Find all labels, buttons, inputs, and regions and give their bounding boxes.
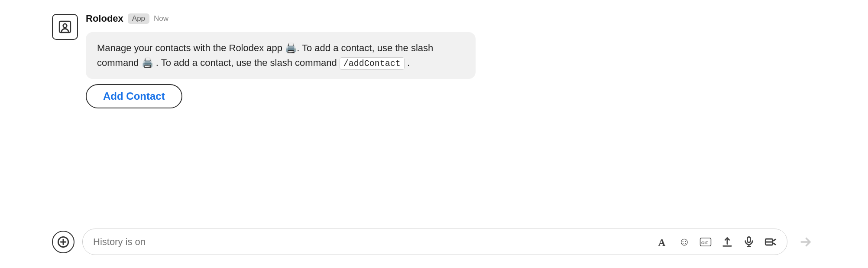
- message-bubble: Manage your contacts with the Rolodex ap…: [86, 32, 476, 79]
- slash-command: /addContact: [340, 57, 405, 70]
- send-button[interactable]: [795, 232, 816, 252]
- message-area: Rolodex App Now Manage your contacts wit…: [0, 9, 868, 211]
- avatar: [52, 14, 78, 40]
- svg-point-1: [63, 24, 67, 27]
- video-button[interactable]: [764, 236, 777, 248]
- message-row: Rolodex App Now Manage your contacts wit…: [52, 13, 816, 108]
- add-contact-label: Add Contact: [103, 90, 165, 102]
- svg-text:GIF: GIF: [701, 240, 708, 245]
- message-content-col: Rolodex App Now Manage your contacts wit…: [86, 13, 816, 108]
- message-input[interactable]: [93, 236, 650, 248]
- app-badge: App: [128, 13, 149, 24]
- microphone-button[interactable]: [743, 236, 755, 248]
- input-icons: A ☺ GIF: [657, 235, 777, 248]
- svg-rect-10: [748, 237, 751, 242]
- sender-name: Rolodex: [86, 13, 123, 24]
- emoji-button[interactable]: ☺: [678, 235, 690, 248]
- message-body-end: .: [407, 57, 410, 68]
- format-text-button[interactable]: A: [657, 236, 669, 248]
- gif-button[interactable]: GIF: [700, 236, 712, 248]
- plus-button[interactable]: [52, 231, 74, 253]
- rolodex-emoji: 🖨️: [142, 57, 153, 68]
- upload-button[interactable]: [721, 236, 733, 248]
- message-input-wrapper[interactable]: A ☺ GIF: [82, 229, 787, 255]
- message-header: Rolodex App Now: [86, 13, 816, 24]
- timestamp: Now: [154, 14, 168, 23]
- svg-text:A: A: [658, 237, 666, 248]
- bottom-bar: A ☺ GIF: [0, 224, 868, 259]
- add-contact-button[interactable]: Add Contact: [86, 84, 182, 108]
- message-body-connector: . To add a contact, use the slash comman…: [156, 57, 340, 68]
